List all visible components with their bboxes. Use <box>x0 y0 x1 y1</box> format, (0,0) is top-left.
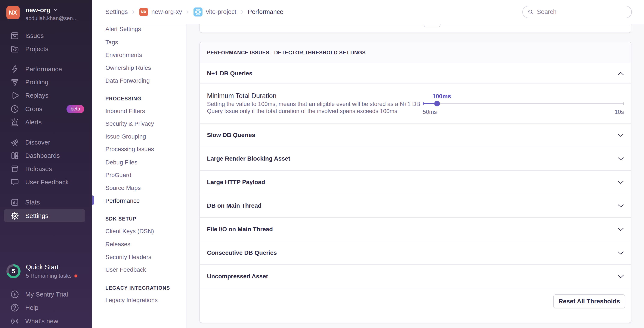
subnav-item-tags[interactable]: Tags <box>106 39 118 46</box>
slider-thumb[interactable] <box>434 101 440 106</box>
org-avatar: NX <box>6 6 20 19</box>
subnav-item-source-maps[interactable]: Source Maps <box>106 185 141 191</box>
sidebar-item-profiling[interactable]: Profiling <box>10 76 84 89</box>
org-switcher[interactable]: NX new-org abdullah.khan@sen… <box>6 6 78 22</box>
subnav-item-alert-settings[interactable]: Alert Settings <box>106 26 141 32</box>
quick-start[interactable]: 5 Quick Start 5 Remaining tasks <box>6 263 78 279</box>
subnav-section-processing: PROCESSING <box>106 96 141 101</box>
sidebar-item-help[interactable]: Help <box>10 302 84 314</box>
threshold-setting-section: Minimum Total Duration Setting the value… <box>200 84 631 123</box>
subnav-item-data-forwarding[interactable]: Data Forwarding <box>106 78 150 84</box>
chevron-down-icon <box>618 204 624 208</box>
quick-start-title: Quick Start <box>26 263 78 271</box>
sidebar-item-my-sentry-trial[interactable]: My Sentry Trial <box>10 288 84 300</box>
clock-icon <box>10 104 20 114</box>
sidebar-item-settings[interactable]: Settings <box>10 209 84 222</box>
search-input[interactable] <box>537 8 627 16</box>
sidebar-item-label: Projects <box>25 45 48 53</box>
accordion-row-label: Slow DB Queries <box>207 132 255 138</box>
sidebar-item-releases[interactable]: Releases <box>10 162 84 176</box>
subnav-item-client-keys[interactable]: Client Keys (DSN) <box>106 228 154 234</box>
chevron-down-icon <box>618 133 624 137</box>
accordion-row-slow-db-queries[interactable]: Slow DB Queries <box>200 123 631 147</box>
sidebar: NX new-org abdullah.khan@sen… Issues Pro… <box>0 0 92 328</box>
sidebar-item-label: My Sentry Trial <box>25 291 68 298</box>
chevron-down-icon <box>618 275 624 278</box>
archive-box-icon <box>10 164 20 174</box>
accordion-row-label: Uncompressed Asset <box>207 273 268 280</box>
threshold-label: Minimum Total Duration <box>207 92 276 100</box>
sidebar-item-label: Alerts <box>25 119 42 126</box>
sidebar-item-label: Settings <box>25 212 48 219</box>
subnav-item-user-feedback[interactable]: User Feedback <box>106 267 146 273</box>
subnav-item-releases[interactable]: Releases <box>106 241 130 247</box>
subnav-item-proguard[interactable]: ProGuard <box>106 172 131 178</box>
slider-current-value: 100ms <box>432 93 451 100</box>
slider-track[interactable] <box>423 103 624 104</box>
sidebar-item-label: Dashboards <box>25 152 60 159</box>
accordion-row-consecutive-db-queries[interactable]: Consecutive DB Queries <box>200 241 631 265</box>
sidebar-item-projects[interactable]: Projects <box>10 42 84 56</box>
subnav-item-environments[interactable]: Environments <box>106 52 142 58</box>
breadcrumb-org-label: new-org-xy <box>152 8 182 16</box>
slider-max-label: 10s <box>614 109 624 115</box>
sidebar-item-issues[interactable]: Issues <box>10 29 84 42</box>
accordion-row-uncompressed-asset[interactable]: Uncompressed Asset <box>200 265 631 288</box>
accordion-row-file-io-on-main-thread[interactable]: File I/O on Main Thread <box>200 218 631 241</box>
reset-all-thresholds-button[interactable]: Reset All Thresholds <box>553 294 625 308</box>
breadcrumb-settings[interactable]: Settings <box>106 8 128 16</box>
search-box[interactable] <box>522 6 632 18</box>
subnav-item-processing-issues[interactable]: Processing Issues <box>106 146 154 152</box>
panel-header: PERFORMANCE ISSUES - DETECTOR THRESHOLD … <box>200 42 631 63</box>
sidebar-item-crons[interactable]: Crons beta <box>10 102 84 116</box>
subnav-item-ownership-rules[interactable]: Ownership Rules <box>106 65 151 71</box>
chevron-down-icon <box>618 251 624 255</box>
breadcrumb-project[interactable]: vite-project <box>194 8 236 17</box>
threshold-description: Setting the value to 100ms, means that a… <box>207 101 424 115</box>
subnav-item-debug-files[interactable]: Debug Files <box>106 159 137 166</box>
chevron-right-icon <box>240 9 244 15</box>
accordion-row-large-render-blocking-asset[interactable]: Large Render Blocking Asset <box>200 147 631 171</box>
accordion-row-db-on-main-thread[interactable]: DB on Main Thread <box>200 194 631 218</box>
sidebar-item-replays[interactable]: Replays <box>10 89 84 102</box>
breadcrumb: Settings NX new-org-xy vite-project Perf… <box>106 8 283 17</box>
main-content: PERFORMANCE ISSUES - DETECTOR THRESHOLD … <box>186 24 644 328</box>
accordion-row-n-plus-one[interactable]: N+1 DB Queries <box>200 63 631 84</box>
react-platform-icon <box>194 8 202 17</box>
scrolled-card-partial <box>200 24 632 33</box>
subnav-item-security-headers[interactable]: Security Headers <box>106 254 152 260</box>
scrolled-control-partial <box>424 24 440 27</box>
siren-icon <box>10 117 20 127</box>
subnav-item-security-privacy[interactable]: Security & Privacy <box>106 120 154 127</box>
accordion-row-label: N+1 DB Queries <box>207 70 252 77</box>
sidebar-item-label: Performance <box>25 66 62 73</box>
sidebar-item-stats[interactable]: Stats <box>10 196 84 209</box>
chevron-right-icon <box>132 9 135 15</box>
top-bar: Settings NX new-org-xy vite-project Perf… <box>92 0 644 24</box>
subnav-item-legacy-integrations[interactable]: Legacy Integrations <box>106 297 158 303</box>
sidebar-item-alerts[interactable]: Alerts <box>10 116 84 129</box>
sidebar-item-label: Crons <box>25 105 42 113</box>
sidebar-item-performance[interactable]: Performance <box>10 63 84 76</box>
duration-slider: 100ms 50ms 10s <box>423 84 624 123</box>
subnav-item-inbound-filters[interactable]: Inbound Filters <box>106 108 145 114</box>
feedback-bubble-icon <box>10 177 20 187</box>
breadcrumb-org[interactable]: NX new-org-xy <box>140 8 182 16</box>
sidebar-item-whats-new[interactable]: What's new <box>10 315 84 327</box>
sidebar-item-user-feedback[interactable]: User Feedback <box>10 176 84 189</box>
sidebar-item-label: What's new <box>25 317 58 325</box>
subnav-item-performance[interactable]: Performance <box>106 198 140 204</box>
subnav-item-issue-grouping[interactable]: Issue Grouping <box>106 133 146 140</box>
dashboard-grid-icon <box>10 151 20 160</box>
detector-settings-panel: PERFORMANCE ISSUES - DETECTOR THRESHOLD … <box>200 42 632 323</box>
org-email: abdullah.khan@sen… <box>26 15 78 22</box>
lightning-icon <box>10 64 20 74</box>
accordion-row-large-http-payload[interactable]: Large HTTP Payload <box>200 171 631 194</box>
issues-icon <box>10 31 20 41</box>
notification-dot <box>74 274 78 277</box>
chevron-down-icon <box>618 157 624 160</box>
trial-bolt-icon <box>10 289 20 299</box>
sidebar-item-discover[interactable]: Discover <box>10 136 84 149</box>
sidebar-item-dashboards[interactable]: Dashboards <box>10 149 84 162</box>
sidebar-item-label: Help <box>25 304 38 311</box>
